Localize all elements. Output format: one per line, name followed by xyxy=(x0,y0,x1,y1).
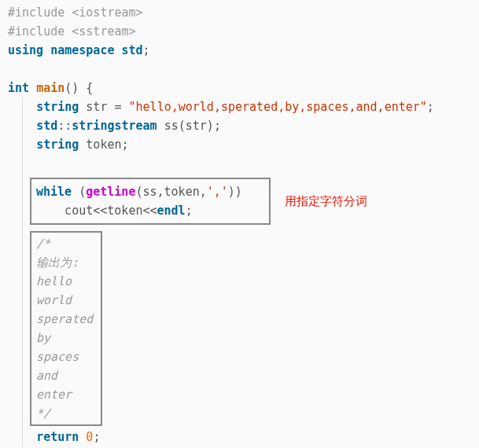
code-line: std::stringstream ss(str); xyxy=(8,116,471,135)
ident-std: std xyxy=(122,43,143,57)
ident-stringstream: stringstream xyxy=(72,119,157,133)
semi: ; xyxy=(427,100,434,114)
while-row: while (getline(ss,token,',')) cout<<toke… xyxy=(8,173,471,230)
kw-string: string xyxy=(36,138,79,152)
ident-endl: endl xyxy=(157,204,186,218)
semi: ; xyxy=(143,43,150,57)
indent xyxy=(8,430,36,444)
boxed-comment: /* 输出为: hello world sperated by spaces a… xyxy=(30,231,102,426)
comment-line: by xyxy=(36,329,96,347)
comment-line: spaces xyxy=(36,347,96,366)
ident-std: std xyxy=(36,119,57,133)
semi: ; xyxy=(93,430,100,444)
comment-line: and xyxy=(36,366,96,385)
scope: :: xyxy=(57,119,72,133)
fn-main: main xyxy=(36,81,64,95)
header: <sstream> xyxy=(72,24,135,39)
kw-namespace: namespace xyxy=(43,43,121,57)
code-line: cout<<token<<endl; xyxy=(36,201,264,220)
code-line: #include <sstream> xyxy=(8,22,471,41)
blank-line xyxy=(8,60,471,79)
punct: () { xyxy=(64,81,93,95)
paren: ( xyxy=(72,185,86,199)
kw-while: while xyxy=(36,185,72,199)
main-body: string str = "hello,world,sperated,by,sp… xyxy=(8,97,471,446)
string-lit: "hello,world,sperated,by,spaces,and,ente… xyxy=(129,100,427,114)
text: cout<<token<< xyxy=(36,204,157,218)
indent xyxy=(8,119,36,133)
text: str = xyxy=(79,100,128,114)
code-block: #include <iostream> #include <sstream> u… xyxy=(0,0,479,448)
code-line: int main() { xyxy=(8,79,471,97)
comment-line: sperated xyxy=(36,310,96,329)
paren: )) xyxy=(228,185,242,199)
comment-line: 输出为: xyxy=(36,253,96,272)
code-line: return 0; xyxy=(8,428,471,446)
semi: ; xyxy=(186,204,193,218)
kw-string: string xyxy=(36,100,79,114)
comment-line: */ xyxy=(36,404,96,423)
header: <iostream> xyxy=(72,6,142,20)
comment-line: enter xyxy=(36,385,96,404)
code-line: #include <iostream> xyxy=(8,3,471,22)
code-line: string token; xyxy=(8,135,471,154)
sp xyxy=(29,81,36,95)
blank-line xyxy=(8,154,471,173)
sp xyxy=(79,430,86,444)
boxed-while: while (getline(ss,token,',')) cout<<toke… xyxy=(30,178,271,225)
indent xyxy=(8,100,36,114)
kw-return: return xyxy=(36,430,79,444)
fn-getline: getline xyxy=(86,185,135,199)
code-line: using namespace std; xyxy=(8,41,471,60)
code-line: string str = "hello,world,sperated,by,sp… xyxy=(8,97,471,116)
text: token; xyxy=(79,138,128,152)
comment-line: world xyxy=(36,291,96,310)
comment-line: /* xyxy=(36,234,96,253)
kw-int: int xyxy=(8,81,29,95)
comment-line: hello xyxy=(36,272,96,291)
char-lit: ',' xyxy=(207,185,228,199)
args: (ss,token, xyxy=(135,185,206,199)
kw-using: using xyxy=(8,43,43,57)
indent xyxy=(8,138,36,152)
text: ss(str); xyxy=(157,119,221,133)
preproc: #include xyxy=(8,24,72,39)
preproc: #include xyxy=(8,6,72,20)
code-line: while (getline(ss,token,',')) xyxy=(36,182,264,201)
annotation-label: 用指定字符分词 xyxy=(285,192,367,211)
